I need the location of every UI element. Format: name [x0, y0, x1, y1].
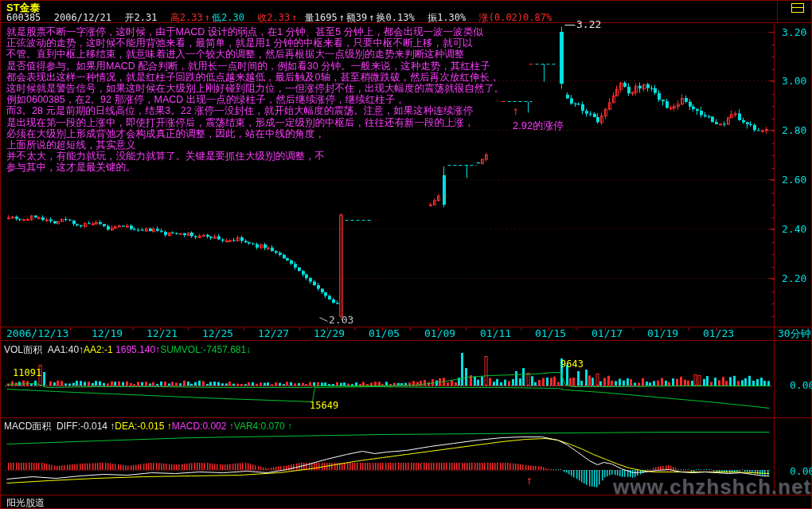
date-tick-label: 01/15	[535, 328, 566, 339]
macd-indicator-header: MACD面积 DIFF:-0.014 ↑DEA:-0.015 ↑MACD:0.0…	[4, 421, 292, 431]
volume-axis-label: 0.00	[790, 380, 812, 390]
annotation-line-2: 正弦波动的走势，这时候不能用背弛来看，最简单，就是用1 分钟的中枢来看，只要中枢…	[6, 37, 504, 49]
annotation-line-11: 上面所说的超短线，其实意义	[6, 139, 504, 151]
date-tick-label: 12/27	[258, 328, 289, 339]
volume-extreme-label: 9643	[560, 359, 584, 369]
macd-field-5: MACD:0.002	[172, 421, 229, 432]
date-tick-label: 12/21	[146, 328, 178, 339]
vol-field-7: ↓	[246, 344, 251, 355]
annotation-line-8: 而3。28 元是前期的日线高位，结果3。22 涨停一没封住，就开始大幅度的震荡。…	[6, 105, 504, 116]
date-tick-label: 2006/12/13	[6, 328, 68, 339]
price-tick-label: 3.00	[782, 76, 806, 86]
window-icon-bar	[792, 7, 803, 8]
vol-field-3: AA2:-1	[84, 344, 115, 355]
macd-field-8: ↑	[287, 421, 292, 432]
macd-field-0: MACD面积	[4, 421, 57, 432]
quote-field-0: 600385	[6, 12, 53, 23]
quote-field-13: 振1.30%	[427, 12, 478, 23]
volume-indicator-header: VOL面积 AA1:40↑AA2:-1 1695.140↑SUMVOL:-745…	[4, 345, 251, 354]
watermark: www.chzhshch.net	[613, 476, 811, 497]
annotation-line-3: 不管。直到中枢上移结束，就意味着进入一个较大的调整，然后再根据大一点级别的走势来…	[6, 49, 504, 60]
quote-field-11: ↑	[369, 12, 374, 23]
quote-field-9: ↑	[339, 12, 345, 23]
annotation-line-9: 是出现在第一段的上涨中，即使打开涨停后，震荡结束，形成一定级别的中枢后，往往还有…	[6, 117, 504, 128]
date-tick-label: 01/19	[647, 328, 678, 339]
macd-signal-arrow-icon: ↑	[526, 475, 532, 486]
date-tick-label: 01/17	[591, 328, 623, 339]
quote-field-7: ↑	[291, 12, 303, 23]
quote-field-3: 高2.33	[170, 12, 203, 23]
annotation-line-1: 就是股票不断一字涨停，这时候，由于MACD 设计的弱点，在1 分钟、甚至5 分钟…	[6, 26, 504, 37]
limit-up-arrow-icon: ↑	[513, 105, 518, 116]
annotation-line-4: 是否值得参与。如果用MACD 配合判断，就用长一点时间的，例如看30 分钟。一般…	[6, 61, 504, 72]
price-tick-label: 2.20	[782, 273, 806, 284]
price-tick-label: 2.60	[782, 174, 806, 185]
volume-extreme-label: 15649	[310, 401, 338, 410]
annotation-line-12: 并不太大，有能力就玩，没能力就算了。关键是要抓住大级别的调整，不	[6, 151, 504, 162]
annotation-line-13: 参与其中，这才是最关键的。	[6, 162, 504, 173]
limit-up-annotation: 2.92的涨停	[513, 120, 564, 131]
price-tick-label: 2.40	[782, 224, 806, 234]
vol-field-1: AA1:40	[48, 344, 79, 355]
quote-field-10: 额39	[346, 12, 367, 23]
quote-field-4: ↑	[205, 12, 210, 23]
app-window: ST金泰 600385 2006/12/21 开2.31 高2.33↑低2.30…	[0, 0, 812, 509]
date-tick-label: 01/09	[424, 328, 455, 339]
period-label: 30分钟	[778, 328, 811, 339]
low-price-label: 2.03	[329, 315, 353, 325]
window-icon[interactable]	[791, 3, 804, 13]
quote-field-2: 开2.31	[125, 12, 169, 23]
annotation-line-5: 都会表现出这样一种情况，就是红柱子回跌的低点越来越低，最后触及0轴，甚至稍微跌破…	[6, 72, 504, 83]
volume-extreme-label: 11091	[13, 368, 41, 378]
quote-field-14: 涨(0.02)0.87%	[479, 12, 552, 23]
annotation-line-6: 这时候就是警告信号，如果这时候在大级别上刚好碰到阻力位，一但涨停封不住，出现大幅…	[6, 83, 504, 94]
price-tick-label: 3.20	[782, 27, 806, 37]
vol-field-0: VOL面积	[4, 344, 48, 355]
vol-field-4: 1695.140	[115, 344, 155, 355]
date-tick-label: 12/19	[92, 328, 123, 339]
date-tick-label: 01/23	[703, 328, 734, 339]
annotation-line-10: 必须在大级别上形成背弛才会构成真正的调整，因此，站在中线的角度，	[6, 128, 504, 139]
quote-field-8: 量1695	[305, 12, 338, 23]
date-tick-label: 01/11	[480, 328, 511, 339]
quote-field-12: 换0.13%	[377, 12, 427, 23]
macd-field-1: DIFF:-0.014	[57, 421, 110, 432]
quote-field-1: 2006/12/21	[54, 12, 123, 23]
vol-field-6: SUMVOL:-7457.681	[160, 344, 246, 355]
quote-field-6: 收2.33	[257, 12, 290, 23]
macd-field-7: VAR4:0.070	[234, 421, 287, 432]
macd-field-3: DEA:-0.015	[115, 421, 166, 432]
peak-price-label: 3.22	[576, 19, 601, 29]
date-tick-label: 01/05	[369, 328, 400, 339]
quote-info-bar: 600385 2006/12/21 开2.31 高2.33↑低2.30 收2.3…	[6, 13, 553, 22]
annotation-line-7: 例如0600385，在2。92 那涨停，MACD 出现一点的绿柱子，然后继续涨停…	[6, 94, 504, 105]
price-tick-label: 2.80	[782, 125, 806, 135]
date-tick-label: 12/25	[202, 328, 233, 339]
date-tick-label: 12/29	[314, 328, 345, 339]
annotation-text-block: 就是股票不断一字涨停，这时候，由于MACD 设计的弱点，在1 分钟、甚至5 分钟…	[6, 26, 504, 174]
quote-field-5: 低2.30	[212, 12, 256, 23]
brand-label: 阳光股道	[6, 498, 45, 507]
